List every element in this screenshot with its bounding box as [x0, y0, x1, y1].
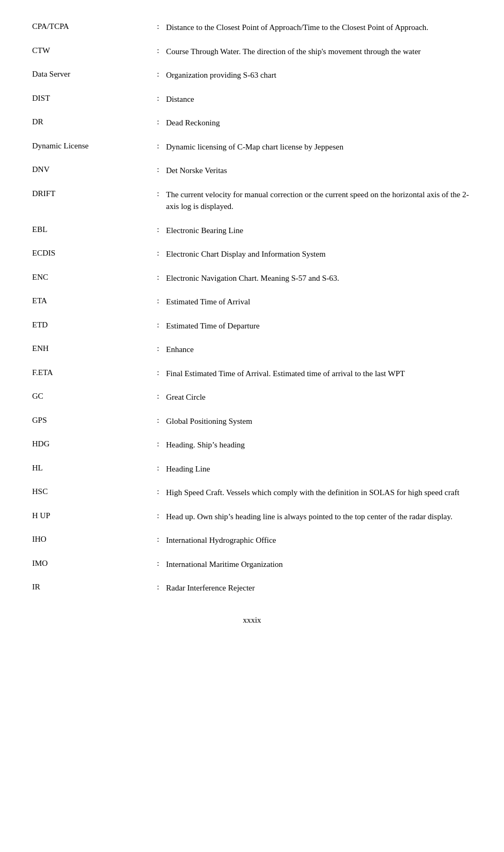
glossary-row: HDG:Heading. Ship’s heading [32, 439, 472, 451]
glossary-term: HSC [32, 487, 150, 496]
glossary-term: Dynamic License [32, 141, 150, 151]
glossary-colon: : [150, 165, 166, 174]
glossary-row: DNV:Det Norske Veritas [32, 165, 472, 177]
glossary-term: DNV [32, 165, 150, 174]
glossary-row: ETD:Estimated Time of Departure [32, 320, 472, 332]
glossary-definition: Estimated Time of Departure [166, 320, 472, 332]
glossary-colon: : [150, 534, 166, 544]
glossary-definition: Course Through Water. The direction of t… [166, 46, 472, 58]
glossary-row: Dynamic License:Dynamic licensing of C-M… [32, 141, 472, 153]
glossary-term: GPS [32, 415, 150, 425]
glossary-term: ETD [32, 320, 150, 330]
glossary-colon: : [150, 93, 166, 103]
glossary-colon: : [150, 558, 166, 568]
glossary-row: CTW:Course Through Water. The direction … [32, 46, 472, 58]
glossary-definition: Head up. Own ship’s heading line is alwa… [166, 511, 472, 523]
glossary-term: DIST [32, 93, 150, 103]
glossary-row: ECDIS:Electronic Chart Display and Infor… [32, 248, 472, 260]
glossary-term: ECDIS [32, 248, 150, 258]
glossary-colon: : [150, 189, 166, 198]
glossary-definition: Great Circle [166, 391, 472, 403]
glossary-term: HL [32, 463, 150, 473]
glossary-colon: : [150, 368, 166, 377]
glossary-definition: Distance [166, 93, 472, 106]
glossary-row: ETA:Estimated Time of Arrival [32, 296, 472, 308]
glossary-row: DRIFT:The current velocity for manual co… [32, 189, 472, 213]
glossary-row: Data Server:Organization providing S-63 … [32, 69, 472, 81]
glossary-definition: Electronic Bearing Line [166, 225, 472, 237]
glossary-definition: Global Positioning System [166, 415, 472, 428]
glossary-term: F.ETA [32, 368, 150, 377]
glossary-colon: : [150, 46, 166, 55]
glossary-colon: : [150, 248, 166, 258]
glossary-term: ENH [32, 343, 150, 353]
page-footer: xxxix [32, 616, 472, 625]
glossary-row: F.ETA:Final Estimated Time of Arrival. E… [32, 368, 472, 380]
glossary-row: EBL:Electronic Bearing Line [32, 225, 472, 237]
glossary-term: ETA [32, 296, 150, 305]
glossary-term: IHO [32, 534, 150, 544]
glossary-colon: : [150, 463, 166, 473]
glossary-term: CTW [32, 46, 150, 55]
glossary-definition: International Hydrographic Office [166, 534, 472, 547]
glossary-term: IMO [32, 558, 150, 568]
glossary-colon: : [150, 487, 166, 496]
glossary-definition: Det Norske Veritas [166, 165, 472, 177]
glossary-definition: Electronic Navigation Chart. Meaning S-5… [166, 272, 472, 285]
glossary-term: DR [32, 117, 150, 126]
glossary-definition: Distance to the Closest Point of Approac… [166, 21, 472, 34]
glossary-colon: : [150, 415, 166, 425]
glossary-container: CPA/TCPA:Distance to the Closest Point o… [32, 21, 472, 625]
glossary-definition: Radar Interference Rejecter [166, 582, 472, 594]
glossary-row: IHO:International Hydrographic Office [32, 534, 472, 547]
glossary-row: DR:Dead Reckoning [32, 117, 472, 129]
glossary-row: DIST:Distance [32, 93, 472, 106]
glossary-definition: Heading Line [166, 463, 472, 475]
glossary-colon: : [150, 343, 166, 353]
glossary-term: EBL [32, 225, 150, 234]
glossary-colon: : [150, 511, 166, 520]
glossary-definition: Dynamic licensing of C-Map chart license… [166, 141, 472, 153]
glossary-definition: Electronic Chart Display and Information… [166, 248, 472, 260]
glossary-term: GC [32, 391, 150, 401]
glossary-definition: Heading. Ship’s heading [166, 439, 472, 451]
glossary-term: HDG [32, 439, 150, 449]
glossary-definition: International Maritime Organization [166, 558, 472, 571]
glossary-definition: Organization providing S-63 chart [166, 69, 472, 81]
page-number: xxxix [243, 616, 261, 624]
glossary-definition: Enhance [166, 343, 472, 356]
glossary-row: HSC:High Speed Craft. Vessels which comp… [32, 487, 472, 499]
glossary-colon: : [150, 141, 166, 151]
glossary-row: ENH:Enhance [32, 343, 472, 356]
glossary-term: CPA/TCPA [32, 21, 150, 31]
glossary-list: CPA/TCPA:Distance to the Closest Point o… [32, 21, 472, 594]
glossary-colon: : [150, 296, 166, 305]
glossary-colon: : [150, 21, 166, 31]
glossary-row: CPA/TCPA:Distance to the Closest Point o… [32, 21, 472, 34]
glossary-row: IR:Radar Interference Rejecter [32, 582, 472, 594]
glossary-term: Data Server [32, 69, 150, 79]
glossary-row: HL:Heading Line [32, 463, 472, 475]
glossary-term: IR [32, 582, 150, 592]
glossary-colon: : [150, 439, 166, 449]
glossary-colon: : [150, 117, 166, 126]
glossary-definition: Dead Reckoning [166, 117, 472, 129]
glossary-colon: : [150, 391, 166, 401]
glossary-colon: : [150, 225, 166, 234]
glossary-definition: Final Estimated Time of Arrival. Estimat… [166, 368, 472, 380]
glossary-definition: The current velocity for manual correcti… [166, 189, 472, 213]
glossary-colon: : [150, 69, 166, 79]
glossary-row: GPS:Global Positioning System [32, 415, 472, 428]
glossary-definition: High Speed Craft. Vessels which comply w… [166, 487, 472, 499]
glossary-row: IMO:International Maritime Organization [32, 558, 472, 571]
glossary-colon: : [150, 320, 166, 330]
glossary-term: DRIFT [32, 189, 150, 198]
glossary-row: ENC:Electronic Navigation Chart. Meaning… [32, 272, 472, 285]
glossary-term: ENC [32, 272, 150, 282]
glossary-term: H UP [32, 511, 150, 520]
glossary-row: H UP:Head up. Own ship’s heading line is… [32, 511, 472, 523]
glossary-definition: Estimated Time of Arrival [166, 296, 472, 308]
glossary-row: GC:Great Circle [32, 391, 472, 403]
glossary-colon: : [150, 272, 166, 282]
glossary-colon: : [150, 582, 166, 592]
